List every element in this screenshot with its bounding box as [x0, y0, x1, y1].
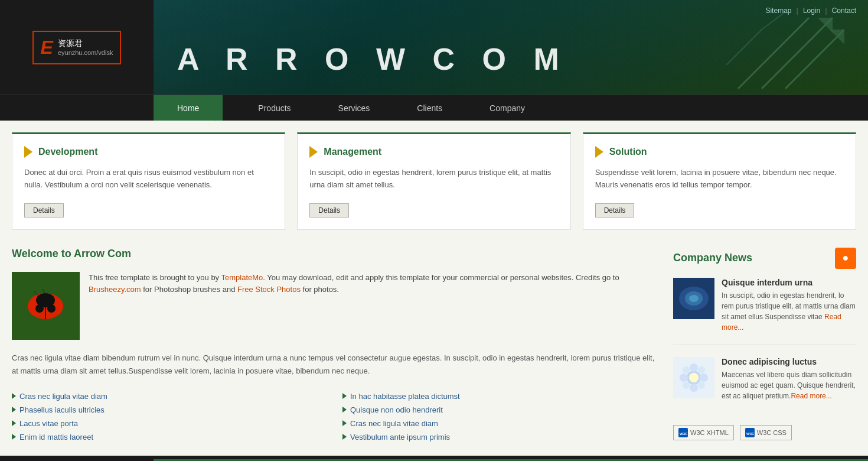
card-development-header: Development: [24, 146, 273, 158]
welcome-intro-suffix: for photos.: [301, 285, 339, 294]
badges: W3C W3C XHTML W3C W3C CSS: [673, 425, 856, 440]
svg-point-16: [690, 363, 698, 372]
brusheezy-link[interactable]: Brusheezy.com: [89, 285, 141, 294]
news-image-2-svg: [673, 357, 714, 398]
card-solution-header: Solution: [595, 146, 844, 158]
link-label: Vestibulum ante ipsum primis: [350, 433, 450, 441]
nav-services-label: Services: [338, 103, 370, 113]
card-solution-body: Suspendisse velit lorem, lacinia in posu…: [595, 167, 844, 191]
news-item-1: Quisque interdum urna In suscipit, odio …: [673, 278, 856, 345]
welcome-body: Cras nec ligula vitae diam bibendum rutr…: [12, 352, 655, 378]
nav-home[interactable]: Home: [154, 95, 223, 121]
welcome-content: This free template is brought to you by …: [12, 272, 655, 346]
welcome-news-row: Welcome to Arrow Com: [12, 248, 856, 444]
card-development-title: Development: [38, 147, 97, 157]
link-label: Cras nec ligula vitae diam: [350, 419, 438, 428]
news-image-1-svg: [673, 278, 714, 319]
logo-url: eyunzhu.com/vdisk: [58, 49, 113, 56]
card-solution: Solution Suspendisse velit lorem, lacini…: [583, 132, 856, 230]
card-management-details-button[interactable]: Details: [309, 203, 349, 217]
banner-title: A R R O W C O M: [177, 41, 569, 77]
svg-point-23: [698, 382, 705, 389]
link-item[interactable]: Quisque non odio hendrerit: [342, 403, 655, 417]
css-badge-label: W3C CSS: [757, 429, 787, 436]
link-item[interactable]: Vestibulum ante ipsum primis: [342, 430, 655, 444]
xhtml-badge[interactable]: W3C W3C XHTML: [673, 425, 734, 440]
link-label: Lacus vitae porta: [19, 419, 78, 428]
logo-area: E 资源君 eyunzhu.com/vdisk: [0, 0, 154, 95]
news-item-2-text: Maecenas vel libero quis diam sollicitud…: [722, 371, 856, 400]
card-management: Management In suscipit, odio in egestas …: [297, 132, 570, 230]
freestockphotos-link[interactable]: Free Stock Photos: [237, 285, 301, 294]
nav-clients-label: Clients: [417, 103, 442, 113]
nav-home-arrow: [216, 95, 230, 121]
welcome-image: [12, 272, 80, 340]
link-arrow-icon: [342, 434, 347, 440]
rss-icon[interactable]: ●: [835, 248, 856, 269]
links-col2: In hac habitasse platea dictumst Quisque…: [342, 389, 655, 444]
link-item[interactable]: Phasellus iaculis ultricies: [12, 403, 325, 417]
link-arrow-icon: [12, 393, 16, 399]
svg-point-19: [700, 374, 708, 382]
svg-point-13: [689, 295, 699, 302]
link-arrow-icon: [342, 393, 347, 399]
nav: Home Products Services Clients Company: [0, 95, 868, 121]
nav-clients[interactable]: Clients: [393, 95, 466, 121]
link-item[interactable]: Cras nec ligula vitae diam: [12, 389, 325, 403]
welcome-col: Welcome to Arrow Com: [12, 248, 655, 444]
card-solution-arrow-icon: [595, 146, 603, 158]
welcome-links: Cras nec ligula vitae diam Phasellus iac…: [12, 389, 655, 444]
main: Development Donec at dui orci. Proin a e…: [0, 121, 868, 456]
link-item[interactable]: Cras nec ligula vitae diam: [342, 417, 655, 430]
nav-services[interactable]: Services: [315, 95, 394, 121]
nav-products[interactable]: Products: [234, 95, 314, 121]
xhtml-icon: W3C: [678, 428, 688, 437]
link-arrow-icon: [342, 407, 347, 413]
svg-point-17: [690, 384, 698, 392]
card-development-details-button[interactable]: Details: [24, 203, 64, 217]
link-label: Phasellus iaculis ultricies: [19, 405, 105, 414]
logo-letter: E: [41, 37, 53, 59]
link-item[interactable]: In hac habitasse platea dictumst: [342, 389, 655, 403]
card-management-arrow-icon: [309, 146, 318, 158]
nav-company-label: Company: [490, 103, 525, 113]
welcome-intro-prefix: This free template is brought to you by: [89, 273, 221, 282]
link-arrow-icon: [12, 420, 16, 426]
card-development: Development Donec at dui orci. Proin a e…: [12, 132, 285, 230]
news-header: Company News ●: [673, 248, 856, 269]
banner-deco-svg: [726, 12, 844, 95]
logo-text: 资源君 eyunzhu.com/vdisk: [58, 38, 113, 56]
welcome-title: Welcome to Arrow Com: [12, 248, 655, 260]
logo-box: E 资源君 eyunzhu.com/vdisk: [32, 31, 122, 64]
svg-point-20: [683, 366, 690, 374]
card-management-title: Management: [324, 147, 381, 157]
card-management-header: Management: [309, 146, 558, 158]
svg-text:W3C: W3C: [680, 432, 688, 436]
svg-point-18: [680, 374, 688, 382]
svg-point-24: [689, 373, 699, 382]
css-badge[interactable]: W3C W3C CSS: [740, 425, 792, 440]
templatemo-link[interactable]: TemplateMo: [221, 273, 263, 282]
news-thumb-1: [673, 278, 714, 319]
card-solution-details-button[interactable]: Details: [595, 203, 635, 217]
news-col: Company News ● Quisque interdum urna: [673, 248, 856, 444]
welcome-intro-mid: . You may download, edit and apply this …: [263, 273, 619, 282]
link-label: In hac habitasse platea dictumst: [350, 392, 460, 401]
news-thumb-2: [673, 357, 714, 398]
header: E 资源君 eyunzhu.com/vdisk Sitemap | Login …: [0, 0, 868, 95]
welcome-intro: This free template is brought to you by …: [12, 272, 655, 297]
link-arrow-icon: [12, 434, 16, 440]
news-content-1: Quisque interdum urna In suscipit, odio …: [722, 278, 856, 333]
nav-products-label: Products: [258, 103, 291, 113]
news-item-2-title: Donec adipiscing luctus: [722, 357, 856, 366]
news-item-2-readmore[interactable]: Read more...: [791, 392, 831, 400]
link-item[interactable]: Enim id mattis laoreet: [12, 430, 325, 444]
link-label: Quisque non odio hendrerit: [350, 405, 443, 414]
news-item-2-body: Maecenas vel libero quis diam sollicitud…: [722, 369, 856, 401]
welcome-intro-mid2: for Photoshop brushes and: [141, 285, 237, 294]
link-arrow-icon: [342, 420, 347, 426]
link-arrow-icon: [12, 407, 16, 413]
nav-company[interactable]: Company: [466, 95, 549, 121]
card-development-arrow-icon: [24, 146, 32, 158]
link-item[interactable]: Lacus vitae porta: [12, 417, 325, 430]
